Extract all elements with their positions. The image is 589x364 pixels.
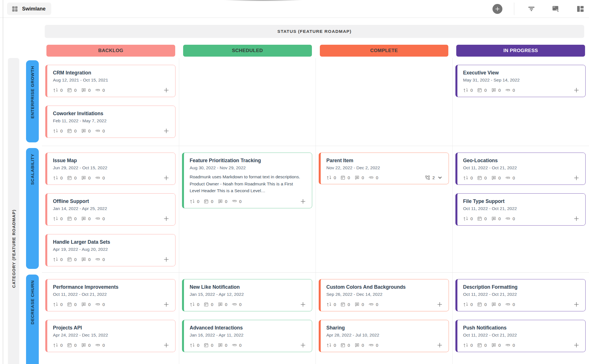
card-sharing[interactable]: SharingApr 28, 2022 - Jul 10, 20220000: [319, 320, 449, 352]
dependencies-count: 0: [197, 302, 199, 307]
attachments-count: 0: [102, 302, 105, 307]
calendar-counter: 0: [204, 302, 213, 307]
column-header-slot: SCHEDULED: [179, 45, 316, 57]
linked-roadmaps-button[interactable]: [552, 5, 560, 13]
comments-count: 0: [498, 343, 501, 348]
card-add-button[interactable]: [573, 87, 580, 93]
row-label-text: DECREASE CHURN: [30, 280, 35, 324]
dependencies-counter: 0: [190, 342, 199, 348]
card-feature-prioritization-tracking[interactable]: Feature Prioritization TrackingAug 30, 2…: [182, 153, 312, 208]
card-title: Parent Item: [326, 157, 443, 164]
card-add-button[interactable]: [163, 87, 170, 93]
comments-icon: [491, 175, 496, 181]
card-add-button[interactable]: [163, 256, 170, 263]
card-parent-item[interactable]: Parent ItemNov 22, 2022 - Dec 2, 2022000…: [319, 153, 449, 184]
dependencies-count: 0: [197, 343, 199, 348]
card-footer: 0000: [53, 215, 170, 222]
attachments-count: 0: [513, 302, 515, 307]
attachments-counter: 0: [95, 216, 105, 222]
cell-r0-in-progress: Executive ViewMay 31, 2022 - Sep 14, 202…: [452, 58, 589, 146]
attachments-icon: [232, 302, 237, 307]
card-footer: 0000: [463, 215, 580, 222]
dependencies-icon: [190, 342, 195, 348]
card-title: Custom Colors And Backgrounds: [326, 284, 443, 290]
card-file-type-support[interactable]: File Type SupportOct 11, 2022 - Oct 21, …: [455, 193, 586, 226]
left-edge-divider: [3, 0, 3, 364]
dependencies-counter: 0: [53, 342, 63, 348]
calendar-counter: 0: [340, 175, 350, 180]
card-add-button[interactable]: [163, 175, 170, 181]
expand-children-button[interactable]: 2: [425, 175, 443, 181]
card-push-notifications[interactable]: Push NotificationsOct 11, 2022 - Oct 21,…: [455, 320, 586, 352]
card-date-range: Jan 15, 2022 - Apr 12, 2022: [190, 291, 306, 297]
dependencies-icon: [53, 342, 58, 348]
dependencies-counter: 0: [53, 128, 63, 134]
comments-counter: 0: [81, 257, 91, 262]
card-date-range: Oct 11, 2022 - Oct 21, 2022: [463, 165, 580, 171]
card-performance-improvements[interactable]: Performance ImprovementsOct 11, 2022 - O…: [45, 279, 175, 311]
card-add-button[interactable]: [300, 198, 306, 205]
attachments-count: 0: [239, 343, 241, 348]
dependencies-icon: [463, 175, 468, 181]
card-description-formatting[interactable]: Description FormattingOct 11, 2022 - Oct…: [455, 279, 586, 311]
dependencies-count: 0: [470, 343, 473, 348]
card-footer: 0000: [190, 198, 306, 205]
card-add-button[interactable]: [436, 301, 443, 308]
dependencies-count: 0: [334, 175, 336, 180]
card-executive-view[interactable]: Executive ViewMay 31, 2022 - Sep 14, 202…: [455, 65, 586, 97]
calendar-count: 0: [211, 302, 213, 307]
card-geo-locations[interactable]: Geo-LocationsOct 11, 2022 - Oct 21, 2022…: [455, 153, 586, 185]
card-coworker-invitiations[interactable]: Coworker InvitiationsFeb 11, 2022 - May …: [45, 106, 175, 138]
calendar-counter: 0: [340, 302, 350, 307]
card-add-button[interactable]: [573, 175, 580, 181]
comments-counter: 0: [491, 342, 501, 348]
calendar-icon: [477, 87, 482, 93]
category-axis-header: CATEGORY (FEATURE ROADMAP): [8, 58, 19, 364]
comments-counter: 0: [491, 302, 501, 307]
plus-icon: [573, 301, 580, 308]
dependencies-counter: 0: [326, 342, 336, 348]
card-add-button[interactable]: [300, 301, 306, 308]
attachments-icon: [95, 302, 100, 307]
card-title: Issue Map: [53, 157, 170, 164]
calendar-count: 0: [74, 88, 76, 93]
card-add-button[interactable]: [573, 215, 580, 222]
top-edge-shadow: [216, 0, 311, 1]
dependencies-counter: 0: [190, 199, 199, 204]
card-custom-colors-and-backgrounds[interactable]: Custom Colors And BackgroundsSep 26, 202…: [319, 279, 449, 311]
calendar-counter: 0: [67, 175, 76, 181]
filter-button[interactable]: [528, 5, 535, 13]
column-header-complete: COMPLETE: [320, 45, 449, 57]
card-add-button[interactable]: [436, 342, 443, 348]
card-add-button[interactable]: [163, 128, 170, 134]
card-projects-api[interactable]: Projects APIApr 24, 2022 - Dec 15, 20220…: [45, 320, 175, 352]
comments-count: 0: [88, 88, 91, 93]
attachments-icon: [505, 216, 511, 222]
column-header-slot: COMPLETE: [316, 45, 453, 57]
card-date-range: Nov 22, 2022 - Dec 2, 2022: [326, 165, 443, 171]
calendar-icon: [477, 302, 482, 307]
view-switcher-button[interactable]: Swimlane: [7, 3, 51, 15]
card-advanced-interactions[interactable]: Advanced InteractionsJan 16, 2022 - Apr …: [182, 320, 312, 352]
calendar-count: 0: [211, 199, 213, 204]
card-handle-larger-data-sets[interactable]: Handle Larger Data SetsApr 19, 2022 - Au…: [45, 234, 175, 266]
plus-icon: [163, 301, 170, 308]
comments-icon: [491, 87, 496, 93]
card-footer: 00002: [326, 175, 443, 181]
dependencies-count: 0: [60, 216, 63, 221]
board-layout-button[interactable]: [576, 5, 584, 13]
card-offline-support[interactable]: Offline SupportJan 14, 2022 - Apr 25, 20…: [45, 193, 175, 226]
card-add-button[interactable]: [163, 301, 170, 308]
card-add-button[interactable]: [573, 342, 580, 348]
card-add-button[interactable]: [573, 301, 580, 308]
add-item-button[interactable]: [492, 4, 502, 14]
card-add-button[interactable]: [300, 342, 306, 348]
card-date-range: Jan 14, 2022 - Apr 25, 2022: [53, 205, 170, 212]
calendar-icon: [67, 257, 72, 262]
card-crm-integration[interactable]: CRM IntegrationAug 12, 2021 - Oct 15, 20…: [45, 65, 175, 97]
card-add-button[interactable]: [163, 215, 170, 222]
card-new-like-notification[interactable]: New Like NotificationJan 15, 2022 - Apr …: [182, 279, 312, 311]
card-title: File Type Support: [463, 198, 580, 205]
card-add-button[interactable]: [163, 342, 170, 348]
card-issue-map[interactable]: Issue MapJun 29, 2022 - Oct 15, 20220000: [45, 153, 175, 185]
